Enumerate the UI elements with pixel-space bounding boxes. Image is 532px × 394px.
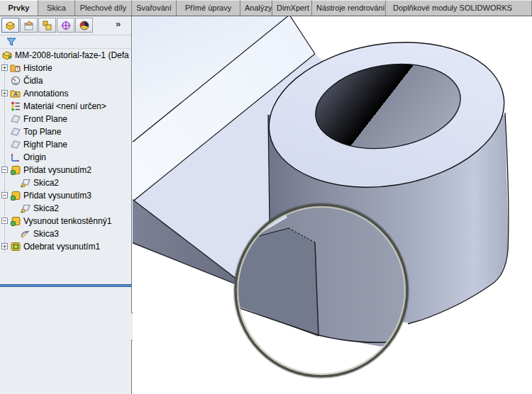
displaymanager-button[interactable] [75,18,93,33]
sketch-icon [20,177,31,188]
tree-row-odebrat-vysunutim1[interactable]: + Odebrat vysunutím1 [0,240,132,253]
tree-item-label: Přidat vysunutím3 [23,191,92,201]
tree-item-label: Odebrat vysunutím1 [23,242,100,252]
tree-item-label: Čidla [23,76,43,86]
dimxpertmanager-icon [60,20,72,31]
tree-row-material[interactable]: Materiál <není určen> [0,100,132,113]
propertymanager-icon [23,20,35,31]
tree-item-label: Skica2 [33,203,59,213]
tree-item-label: Přidat vysunutím2 [23,165,92,175]
tree-row-pridat-vysunutim3[interactable]: − Přidat vysunutím3 [0,189,132,202]
tree-item-label: MM-2008-tutorial-faze-1 (Defa [15,50,129,60]
rollback-bar[interactable] [0,284,132,287]
tree-row-right-plane[interactable]: Right Plane [0,138,132,151]
sensors-icon [10,75,21,86]
tab-analyzy[interactable]: Analýzy [240,0,272,16]
tree-item-label: Front Plane [23,114,67,124]
boss-extrude-icon [10,190,21,201]
feature-tree: MM-2008-tutorial-faze-1 (Defa + Historie… [0,49,132,253]
displaymanager-icon [79,20,90,31]
tab-dimxpert[interactable]: DimXpert [272,0,312,16]
plane-icon [10,113,21,125]
tab-skica[interactable]: Skica [38,0,75,16]
tree-item-label: Right Plane [23,140,67,150]
toolbar-overflow-chevron[interactable]: » [116,18,121,29]
model-canvas [133,16,532,394]
solidworks-window: Prvky Skica Plechové díly Svařování Přím… [0,0,532,394]
tree-item-label: Annotations [23,89,68,98]
material-icon [10,101,21,112]
tree-item-label: Materiál <není určen> [23,101,106,111]
sketch-icon [20,203,31,214]
expand-toggle[interactable]: + [1,64,8,71]
tree-row-cidla[interactable]: Čidla [0,74,132,87]
collapse-toggle[interactable]: − [1,192,8,198]
thin-extrude-icon [10,215,21,227]
tree-filter-row [0,35,131,49]
open-sketch-icon [20,228,31,240]
configurationmanager-icon [42,20,53,31]
tree-item-label: Skica2 [33,178,59,188]
part-icon [1,50,13,61]
tree-row-pridat-vysunutim2[interactable]: − Přidat vysunutím2 [0,164,132,176]
tab-plechove-dily[interactable]: Plechové díly [75,0,132,16]
tree-item-label: Top Plane [23,127,61,137]
featuremanager-tree-icon [5,20,16,31]
expand-toggle[interactable]: + [1,243,8,249]
expand-toggle[interactable]: + [1,90,8,96]
tree-row-skica3[interactable]: Skica3 [0,227,132,240]
plane-icon [10,139,21,150]
cut-extrude-icon [10,241,21,252]
tree-item-label: Vysunout tenkostěnný1 [23,216,111,226]
annotations-folder-icon: A [10,88,21,99]
tab-prime-upravy[interactable]: Přímé úpravy [177,0,240,16]
tree-row-origin[interactable]: Origin [0,151,132,164]
history-folder-icon [10,62,21,74]
tree-row-historie[interactable]: + Historie [0,62,132,74]
tree-row-annotations[interactable]: + A Annotations [0,87,132,100]
filter-funnel-icon[interactable] [6,36,17,47]
featuremanager-tree-button[interactable] [1,18,19,33]
propertymanager-button[interactable] [20,18,38,33]
collapse-toggle[interactable]: − [1,167,8,173]
tab-nastroje-rendrovani[interactable]: Nástroje rendrování [312,0,386,16]
boss-extrude-icon [10,164,21,176]
tree-item-label: Historie [23,63,52,73]
featuremanager-panel: » MM-2008-tutorial-faze-1 (Defa + Histor… [0,16,132,394]
tree-row-skica2b[interactable]: Skica2 [0,202,132,215]
configurationmanager-button[interactable] [38,18,56,33]
graphics-viewport[interactable] [133,16,532,394]
svg-text:A: A [13,91,18,98]
tree-row-skica2[interactable]: Skica2 [0,176,132,189]
tree-row-front-plane[interactable]: Front Plane [0,113,132,125]
commandmanager-tabbar: Prvky Skica Plechové díly Svařování Přím… [0,0,532,16]
tree-row-top-plane[interactable]: Top Plane [0,125,132,138]
panel-tab-toolbar: » [0,16,131,35]
dimxpertmanager-button[interactable] [57,18,74,33]
tree-item-label: Skica3 [33,229,59,239]
tree-row-vysunout-tenkostenny1[interactable]: − Vysunout tenkostěnný1 [0,215,132,227]
tab-svarovani[interactable]: Svařování [132,0,177,16]
tree-row-root[interactable]: MM-2008-tutorial-faze-1 (Defa [0,49,132,62]
collapse-toggle[interactable]: − [1,218,8,224]
tab-prvky[interactable]: Prvky [0,0,38,16]
tab-doplnkove-moduly[interactable]: Doplňkové moduly SOLIDWORKS [386,0,532,16]
tree-item-label: Origin [23,152,46,162]
origin-icon [10,152,21,163]
plane-icon [10,126,21,137]
